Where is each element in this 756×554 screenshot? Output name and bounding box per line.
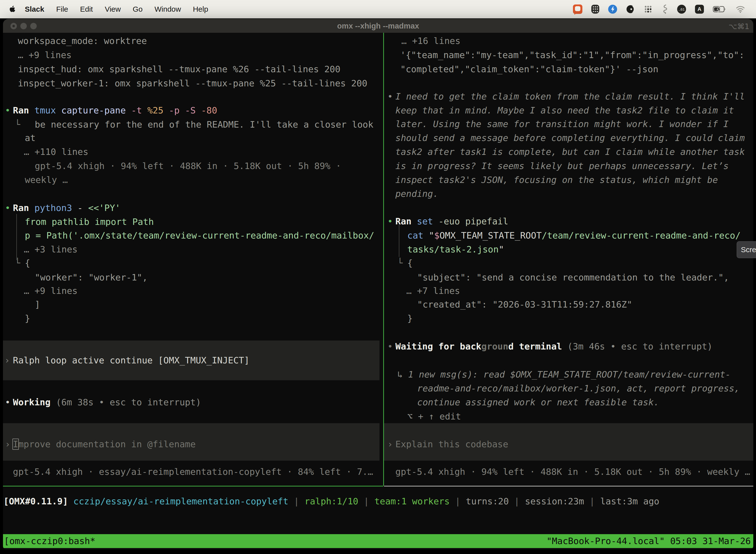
squiggle-icon[interactable]: [661, 4, 668, 14]
terminal-line: Waiting for background terminal (3m 46s …: [395, 341, 712, 352]
terminal-text: •: [387, 91, 393, 102]
terminal-line: Working (6m 38s • esc to interrupt): [13, 397, 201, 408]
terminal-line: •: [5, 203, 10, 214]
terminal-text: … +110 lines: [24, 147, 88, 157]
terminal-text: from pathlib import Path: [25, 217, 154, 227]
menu-item-window[interactable]: Window: [148, 5, 187, 13]
terminal-line: inspect_hud: omx sparkshell --tmux-pane …: [18, 64, 340, 75]
battery-icon[interactable]: [713, 6, 727, 13]
terminal-text: weekly …: [25, 175, 68, 185]
terminal-text: gpt-5.4 xhigh · essay/ai-reimplementatio…: [13, 466, 373, 477]
terminal-text: team:1 workers: [375, 496, 450, 506]
verified-bolt-icon[interactable]: [608, 5, 617, 14]
terminal-line: '{"team_name":"my-team","task_id":"1","f…: [400, 50, 744, 61]
terminal-text: -S: [185, 105, 201, 115]
terminal-text: {: [407, 258, 413, 268]
percent-badge-icon[interactable]: ..61: [677, 5, 686, 14]
terminal-text: •: [5, 105, 10, 115]
terminal-line: •: [5, 105, 10, 116]
menu-item-help[interactable]: Help: [187, 5, 214, 13]
terminal-text: inspect task2's JSON, focusing on the st…: [395, 175, 718, 185]
terminal-text: |: [289, 496, 305, 506]
terminal-text: Ralph loop active continue [OMX_TMUX_INJ…: [13, 355, 250, 365]
wifi-icon[interactable]: [736, 5, 745, 13]
terminal-text: Working: [13, 397, 56, 407]
terminal-text: pending.: [395, 189, 438, 199]
terminal-text: … +16 lines: [401, 36, 460, 46]
terminal-line: Ran tmux capture-pane -t %25 -p -S -80: [13, 105, 217, 116]
terminal-text: -: [77, 203, 88, 213]
terminal-text: └: [397, 258, 403, 268]
menu-item-edit[interactable]: Edit: [74, 5, 99, 13]
terminal-text: "worker": "worker-1",: [35, 272, 147, 282]
terminal-text: task2 after task1 is complete, but can I…: [395, 147, 745, 157]
terminal-text: |: [450, 496, 466, 506]
terminal-text: ralph:1/10: [305, 496, 359, 506]
terminal-text: ›: [387, 439, 393, 449]
terminal-window: omx --xhigh --madmax ⌥⌘1 workspace_mode:…: [3, 19, 753, 550]
terminal-line: pending.: [395, 188, 438, 199]
terminal-line: … +9 lines: [18, 50, 72, 61]
terminal-text: inspect_worker-1: omx sparkshell --tmux-…: [18, 78, 367, 88]
menu-item-file[interactable]: File: [50, 5, 74, 13]
terminal-text: cat: [407, 230, 429, 240]
terminal-line: "subject": "send a concise recommendatio…: [417, 272, 729, 283]
terminal-text: -euo pipefail: [438, 216, 508, 226]
terminal-text: -t: [131, 105, 147, 115]
terminal-text: tasks/task-2.json: [407, 244, 499, 255]
terminal-line: "created_at": "2026-03-31T11:59:27.816Z": [417, 299, 632, 310]
terminal-text: $: [434, 230, 440, 240]
terminal-text: cczip/essay/ai-reimplementation-copyleft: [73, 496, 289, 506]
terminal-line: inspect task2's JSON, focusing on the st…: [395, 174, 718, 185]
terminal-text: {: [25, 258, 30, 268]
terminal-text: ›: [5, 439, 10, 449]
apple-menu-icon[interactable]: [9, 5, 19, 13]
terminal-line: from pathlib import Path: [25, 216, 154, 227]
terminal-text: Ran: [13, 105, 35, 115]
terminal-line: tasks/task-2.json": [407, 244, 504, 255]
menu-item-go[interactable]: Go: [127, 5, 148, 13]
terminal-text: mprove documentation in @filename: [18, 439, 196, 449]
menu-item-view[interactable]: View: [99, 5, 126, 13]
terminal-text: Ran: [13, 203, 35, 213]
shield-grid-icon[interactable]: [591, 5, 599, 14]
terminal-line: Ralph loop active continue [OMX_TMUX_INJ…: [13, 355, 250, 366]
terminal-line: later. Using the same for transition mig…: [395, 119, 729, 129]
terminal-line: ↳ 1 new msg(s): read $OMX_TEAM_STATE_ROO…: [397, 369, 731, 380]
terminal-text: set: [417, 216, 439, 226]
chat-app-icon[interactable]: [573, 4, 582, 14]
dots-grid-icon[interactable]: [644, 5, 652, 13]
terminal-line: gpt-5.4 xhigh · essay/ai-reimplementatio…: [13, 466, 373, 477]
terminal-line: ›: [4, 355, 10, 366]
terminal-text: /team/review-current-readme-and-reco/: [542, 230, 741, 240]
terminal-text: should send a message before completing …: [395, 133, 745, 143]
terminal-text: keep that in mind. Maybe I also need the…: [395, 105, 734, 115]
terminal-line: •: [387, 91, 393, 102]
menu-item-app[interactable]: Slack: [19, 5, 50, 13]
terminal-line: p = Path('.omx/state/team/review-current…: [25, 230, 374, 241]
terminal-text: └: [15, 258, 20, 268]
terminal-text: ⌥ + ↑ edit: [407, 411, 461, 422]
terminal-line: •: [387, 341, 393, 352]
crescent-icon[interactable]: [626, 5, 635, 14]
terminal-text: python3: [35, 203, 77, 213]
terminal-text: -80: [201, 105, 217, 115]
terminal-line: Improve documentation in @filename: [13, 439, 196, 450]
terminal-line: └: [15, 119, 20, 130]
terminal-text: capture-pane: [61, 105, 131, 115]
terminal-line: weekly …: [25, 174, 68, 185]
terminal-line: ›: [387, 439, 393, 450]
terminal-text: %25: [147, 105, 169, 115]
terminal-line: … +16 lines: [401, 36, 460, 46]
terminal-text: … +9 lines: [24, 286, 78, 296]
terminal-line: task2 after task1 is complete, but can I…: [395, 147, 745, 157]
terminal-text: [OMX#0.11.9]: [3, 496, 73, 506]
input-source-icon[interactable]: A: [695, 5, 704, 14]
terminal-line: Ran python3 - <<'PY': [13, 203, 121, 214]
terminal-text: at: [25, 133, 36, 143]
terminal-line: ›: [5, 439, 10, 450]
terminal-line: gpt-5.4 xhigh · 94% left · 488K in · 5.1…: [35, 161, 341, 171]
terminal-line: keep that in mind. Maybe I also need the…: [395, 105, 734, 116]
terminal-text: ": [429, 230, 434, 240]
terminal-text: gpt-5.4 xhigh · 94% left · 488K in · 5.1…: [35, 161, 341, 171]
